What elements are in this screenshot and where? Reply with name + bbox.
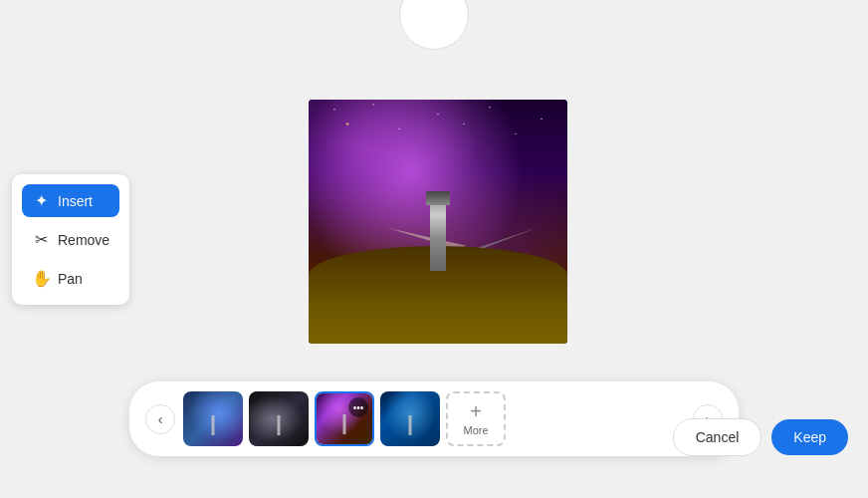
tools-panel: ✦ Insert ✂ Remove ✋ Pan <box>12 174 129 305</box>
filmstrip: ‹ ••• + More › <box>129 381 739 456</box>
filmstrip-prev-button[interactable]: ‹ <box>145 404 175 434</box>
more-button[interactable]: + More <box>446 391 506 446</box>
top-circle-handle <box>399 0 469 50</box>
thumbnail-2[interactable] <box>249 391 309 446</box>
remove-tool-label: Remove <box>58 232 109 248</box>
thumbnail-4[interactable] <box>380 391 440 446</box>
thumbnail-1[interactable] <box>183 391 243 446</box>
insert-tool-label: Insert <box>58 193 93 209</box>
insert-tool-button[interactable]: ✦ Insert <box>22 184 119 217</box>
thumbnail-menu-button[interactable]: ••• <box>348 397 368 417</box>
thumbnail-3-selected[interactable]: ••• <box>315 391 374 446</box>
action-buttons: Cancel Keep <box>673 418 848 456</box>
remove-icon: ✂ <box>32 230 50 249</box>
keep-button[interactable]: Keep <box>771 419 848 455</box>
more-plus-icon: + <box>470 401 482 421</box>
remove-tool-button[interactable]: ✂ Remove <box>22 223 119 256</box>
main-image <box>309 100 567 344</box>
pan-tool-label: Pan <box>58 271 83 287</box>
chevron-left-icon: ‹ <box>158 411 163 427</box>
pan-tool-button[interactable]: ✋ Pan <box>22 262 119 295</box>
insert-icon: ✦ <box>32 191 50 210</box>
pan-icon: ✋ <box>32 269 50 288</box>
thumbnail-list: ••• + More <box>183 391 685 446</box>
more-label: More <box>463 424 488 436</box>
cancel-button[interactable]: Cancel <box>673 418 762 456</box>
